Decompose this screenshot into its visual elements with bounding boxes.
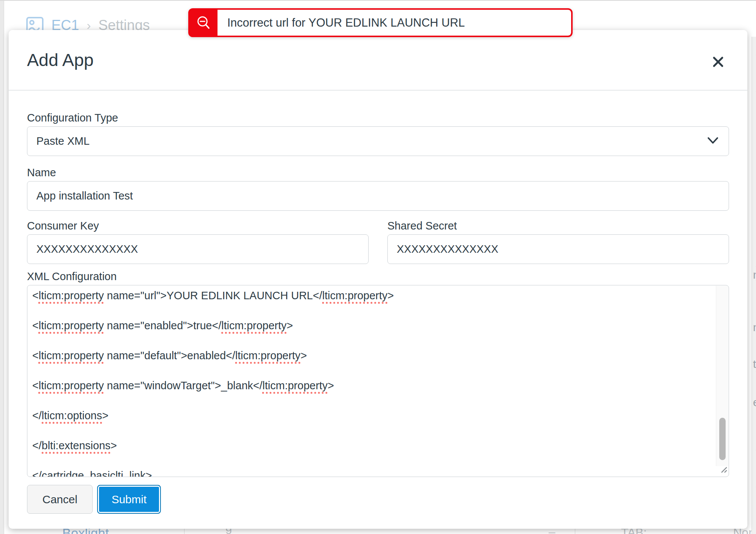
background-text-fragment: n [753, 321, 756, 334]
consumer-key-label: Consumer Key [27, 219, 369, 232]
textarea-scrollbar-thumb[interactable] [719, 418, 726, 460]
textarea-resize-handle[interactable] [718, 464, 728, 476]
name-input[interactable] [27, 181, 729, 211]
modal-actions: Cancel Submit [27, 485, 729, 514]
consumer-key-input[interactable] [27, 234, 369, 264]
configuration-type-select[interactable]: Paste XML [27, 126, 729, 156]
modal-header: Add App [9, 30, 747, 90]
configuration-type-label: Configuration Type [27, 111, 729, 124]
background-text-fragment: t [753, 358, 756, 370]
close-icon [712, 64, 724, 69]
configuration-type-value: Paste XML [36, 135, 90, 147]
error-alert-text: Incorrect url for YOUR EDLINK LAUNCH URL [218, 10, 571, 36]
modal-title: Add App [27, 50, 94, 70]
shared-secret-label: Shared Secret [387, 219, 729, 232]
shared-secret-group: Shared Secret [387, 219, 729, 264]
error-alert: Incorrect url for YOUR EDLINK LAUNCH URL [188, 8, 573, 37]
modal-body: Configuration Type Paste XML Name Consum… [9, 111, 747, 514]
background-text-fragment: e [753, 396, 756, 409]
configuration-type-field: Configuration Type Paste XML [27, 111, 729, 156]
consumer-key-group: Consumer Key [27, 219, 369, 264]
name-label: Name [27, 166, 729, 179]
name-field-group: Name [27, 166, 729, 211]
xml-configuration-textarea[interactable]: <lticm:property name="url">YOUR EDLINK L… [27, 285, 729, 477]
xml-configuration-field: XML Configuration <lticm:property name="… [27, 270, 729, 477]
table-column-divider [184, 529, 184, 534]
chevron-down-icon [706, 135, 720, 147]
xml-content: <lticm:property name="url">YOUR EDLINK L… [32, 288, 702, 477]
xml-configuration-label: XML Configuration [27, 270, 729, 283]
table-column-divider [575, 529, 575, 534]
textarea-scrollbar-track[interactable] [716, 286, 728, 466]
background-right-column: n n t e [752, 37, 756, 534]
screen: EC1 › Settings Boxlight g – TAB: None n … [0, 0, 756, 534]
key-secret-row: Consumer Key Shared Secret [27, 219, 729, 264]
submit-button[interactable]: Submit [97, 485, 160, 514]
add-app-modal: Add App Configuration Type Paste XML [9, 30, 747, 529]
zoom-out-icon [190, 10, 218, 36]
close-button[interactable] [710, 54, 726, 70]
cancel-button[interactable]: Cancel [27, 485, 93, 514]
background-text-fragment: n [753, 268, 756, 281]
shared-secret-input[interactable] [387, 234, 729, 264]
